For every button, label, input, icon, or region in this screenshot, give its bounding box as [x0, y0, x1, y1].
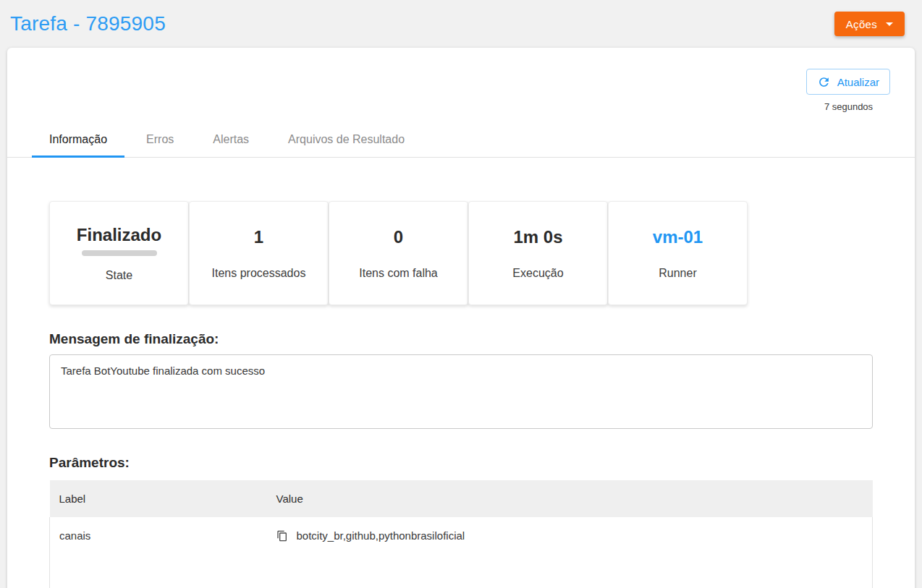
tab-arquivos-de-resultado[interactable]: Arquivos de Resultado [271, 121, 422, 157]
refresh-button[interactable]: Atualizar [806, 69, 890, 95]
actions-button-label: Ações [846, 18, 877, 30]
runner-link[interactable]: vm-01 [653, 227, 703, 247]
stat-card-items-failed: 0 Itens com falha [329, 201, 468, 305]
refresh-area: Atualizar 7 segundos [7, 48, 915, 112]
parameter-value-text: botcity_br,github,pythonbrasiloficial [297, 529, 465, 542]
page-title: Tarefa - 7895905 [10, 12, 166, 35]
column-header-value: Value [267, 480, 873, 517]
tab-informacao[interactable]: Informação [32, 121, 124, 157]
task-detail-card: Atualizar 7 segundos Informação Erros Al… [7, 48, 915, 588]
stat-card-runner: vm-01 Runner [608, 201, 748, 305]
refresh-icon [817, 75, 831, 89]
stats-row: Finalizado State 1 Itens processados 0 I… [49, 201, 873, 305]
refresh-interval-text: 7 segundos [807, 101, 890, 112]
parameter-value-cell: botcity_br,github,pythonbrasiloficial [267, 517, 873, 588]
items-failed-label: Itens com falha [359, 267, 438, 280]
column-header-label: Label [50, 480, 267, 517]
refresh-button-label: Atualizar [837, 76, 879, 88]
tab-content: Finalizado State 1 Itens processados 0 I… [7, 201, 915, 588]
stat-card-execution-time: 1m 0s Execução [468, 201, 608, 305]
stat-card-state: Finalizado State [49, 201, 189, 305]
table-row: canais botcity_br,github,pythonbrasilofi… [50, 517, 873, 588]
execution-time-value: 1m 0s [513, 227, 562, 247]
top-header-bar: Tarefa - 7895905 Ações [0, 0, 922, 48]
parameters-heading: Parâmetros: [49, 455, 873, 471]
stat-card-items-processed: 1 Itens processados [189, 201, 329, 305]
items-processed-value: 1 [254, 227, 263, 247]
state-progress-bar [82, 250, 157, 256]
state-label: State [106, 269, 132, 282]
finish-message-heading: Mensagem de finalização: [49, 331, 873, 347]
parameters-table: Label Value canais botcity_ [49, 480, 873, 588]
finish-message-textarea[interactable]: Tarefa BotYoutube finalizada com sucesso [49, 354, 873, 429]
parameters-header-row: Label Value [50, 480, 873, 517]
chevron-down-icon [886, 22, 893, 26]
items-processed-label: Itens processados [212, 267, 306, 280]
actions-button[interactable]: Ações [834, 12, 905, 36]
runner-label: Runner [659, 267, 696, 280]
parameter-label-cell: canais [50, 517, 267, 588]
copy-icon[interactable] [276, 530, 288, 542]
items-failed-value: 0 [394, 227, 403, 247]
tab-bar: Informação Erros Alertas Arquivos de Res… [7, 121, 915, 158]
state-value: Finalizado [77, 225, 161, 245]
tab-erros[interactable]: Erros [129, 121, 191, 157]
execution-time-label: Execução [512, 267, 563, 280]
tab-alertas[interactable]: Alertas [195, 121, 266, 157]
